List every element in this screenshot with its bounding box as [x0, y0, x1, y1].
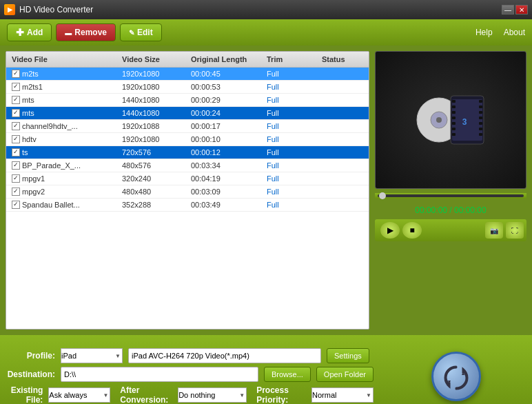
- svg-rect-6: [452, 105, 456, 108]
- header-video-file: Video File: [9, 54, 119, 65]
- status-cell: [319, 112, 369, 114]
- file-list-body: m2ts 1920x1080 00:00:45 Full m2ts1 1920x…: [6, 68, 369, 329]
- video-size-cell: 1920x1088: [119, 121, 188, 131]
- convert-section: www.oposoft.com: [380, 335, 532, 404]
- trim-cell: Full: [264, 121, 319, 131]
- length-cell: 00:00:17: [188, 121, 264, 131]
- existing-label: Existing File:: [7, 385, 43, 404]
- after-conversion-select[interactable]: Do nothing Shutdown Hibernate: [178, 387, 247, 403]
- row-checkbox[interactable]: [12, 188, 20, 196]
- help-link[interactable]: Help: [475, 28, 493, 37]
- length-cell: 00:00:29: [188, 95, 264, 105]
- length-cell: 00:00:10: [188, 134, 264, 144]
- stop-button[interactable]: ■: [402, 222, 422, 239]
- row-checkbox[interactable]: [12, 174, 20, 183]
- open-folder-button[interactable]: Open Folder: [316, 367, 374, 382]
- convert-icon: [442, 363, 470, 390]
- table-row[interactable]: mts 1440x1080 00:00:29 Full: [6, 94, 369, 107]
- length-cell: 00:00:45: [188, 69, 264, 79]
- trim-cell: Full: [264, 187, 319, 196]
- video-size-cell: 352x288: [119, 200, 188, 210]
- browse-button[interactable]: Browse...: [264, 367, 311, 382]
- svg-rect-12: [479, 100, 482, 103]
- fullscreen-button[interactable]: ⛶: [506, 222, 524, 239]
- svg-rect-17: [479, 128, 482, 130]
- length-cell: 00:03:09: [188, 187, 264, 196]
- video-size-cell: 480x576: [119, 161, 188, 170]
- svg-text:3: 3: [462, 117, 467, 127]
- status-cell: [319, 73, 369, 74]
- row-checkbox[interactable]: [12, 70, 20, 78]
- file-name-cell: channel9hdtv_...: [9, 121, 119, 131]
- bottom-form: Profile: iPad iPhone Android PC ▼ Settin…: [0, 335, 380, 404]
- table-row[interactable]: mts 1440x1080 00:00:24 Full: [6, 107, 369, 120]
- length-cell: 00:00:24: [188, 108, 264, 118]
- edit-button[interactable]: ✎ Edit: [120, 23, 162, 41]
- svg-rect-10: [452, 128, 456, 130]
- destination-input[interactable]: [61, 367, 258, 382]
- row-checkbox[interactable]: [12, 135, 20, 143]
- header-original-length: Original Length: [188, 54, 264, 65]
- film-reel-icon: 3: [413, 82, 489, 158]
- row-checkbox[interactable]: [12, 96, 20, 104]
- length-cell: 00:00:12: [188, 148, 264, 157]
- svg-rect-15: [479, 117, 482, 119]
- existing-row: Existing File: Ask always Overwrite Skip…: [7, 385, 374, 404]
- status-cell: [319, 165, 369, 166]
- status-cell: [319, 86, 369, 88]
- video-size-cell: 720x576: [119, 148, 188, 157]
- snapshot-button[interactable]: 📷: [485, 222, 503, 239]
- profile-select[interactable]: iPad iPhone Android PC: [61, 348, 123, 363]
- edit-icon: ✎: [129, 29, 134, 37]
- trim-cell: Full: [264, 95, 319, 105]
- remove-button[interactable]: ▬ Remove: [56, 23, 116, 41]
- table-row[interactable]: ts 720x576 00:00:12 Full: [6, 146, 369, 159]
- table-row[interactable]: mpgv1 320x240 00:04:19 Full: [6, 172, 369, 185]
- file-name-cell: hdtv: [9, 134, 119, 144]
- status-cell: [319, 152, 369, 153]
- preview-panel: 3 00:00:00 / 00:00:00 ▶ ■ 📷 ⛶: [375, 51, 526, 330]
- trim-cell: Full: [264, 161, 319, 170]
- header-video-size: Video Size: [119, 54, 188, 65]
- length-cell: 00:00:53: [188, 82, 264, 92]
- add-button[interactable]: ✚ Add: [7, 23, 52, 41]
- table-row[interactable]: channel9hdtv_... 1920x1088 00:00:17 Full: [6, 120, 369, 133]
- file-name-cell: Spandau Ballet...: [9, 200, 119, 210]
- playback-slider[interactable]: [378, 194, 524, 197]
- play-button[interactable]: ▶: [380, 222, 400, 239]
- trim-cell: Full: [264, 82, 319, 92]
- table-row[interactable]: hdtv 1920x1080 00:00:10 Full: [6, 133, 369, 146]
- row-checkbox[interactable]: [12, 122, 20, 130]
- table-row[interactable]: Spandau Ballet... 352x288 00:03:49 Full: [6, 199, 369, 212]
- table-row[interactable]: BP_Parade_X_... 480x576 00:03:34 Full: [6, 159, 369, 172]
- table-row[interactable]: m2ts1 1920x1080 00:00:53 Full: [6, 81, 369, 94]
- row-checkbox[interactable]: [12, 148, 20, 156]
- about-link[interactable]: About: [504, 28, 525, 37]
- header-status: Status: [319, 54, 369, 65]
- process-priority-select[interactable]: Normal High Low: [311, 387, 374, 403]
- settings-button[interactable]: Settings: [327, 348, 369, 363]
- player-controls: ▶ ■ 📷 ⛶: [375, 219, 526, 241]
- row-checkbox[interactable]: [12, 201, 20, 209]
- svg-rect-5: [452, 100, 456, 103]
- toolbar: ✚ Add ▬ Remove ✎ Edit Help About: [0, 19, 532, 46]
- table-row[interactable]: mpgv2 480x480 00:03:09 Full: [6, 185, 369, 199]
- status-cell: [319, 178, 369, 179]
- close-button[interactable]: ✕: [515, 5, 528, 14]
- file-name-cell: mpgv2: [9, 187, 119, 196]
- title-bar: ▶ HD Video Converter — ✕: [0, 0, 532, 19]
- existing-select[interactable]: Ask always Overwrite Skip: [48, 387, 110, 403]
- minimize-button[interactable]: —: [502, 5, 514, 14]
- file-name-cell: ts: [9, 148, 119, 157]
- table-row[interactable]: m2ts 1920x1080 00:00:45 Full: [6, 68, 369, 81]
- row-checkbox[interactable]: [12, 109, 20, 117]
- row-checkbox[interactable]: [12, 83, 20, 91]
- row-checkbox[interactable]: [12, 161, 20, 170]
- add-icon: ✚: [16, 27, 24, 38]
- status-cell: [319, 191, 369, 192]
- app-icon: ▶: [4, 4, 15, 15]
- svg-rect-14: [479, 111, 482, 114]
- status-cell: [319, 99, 369, 101]
- convert-button[interactable]: [431, 352, 481, 401]
- trim-cell: Full: [264, 108, 319, 118]
